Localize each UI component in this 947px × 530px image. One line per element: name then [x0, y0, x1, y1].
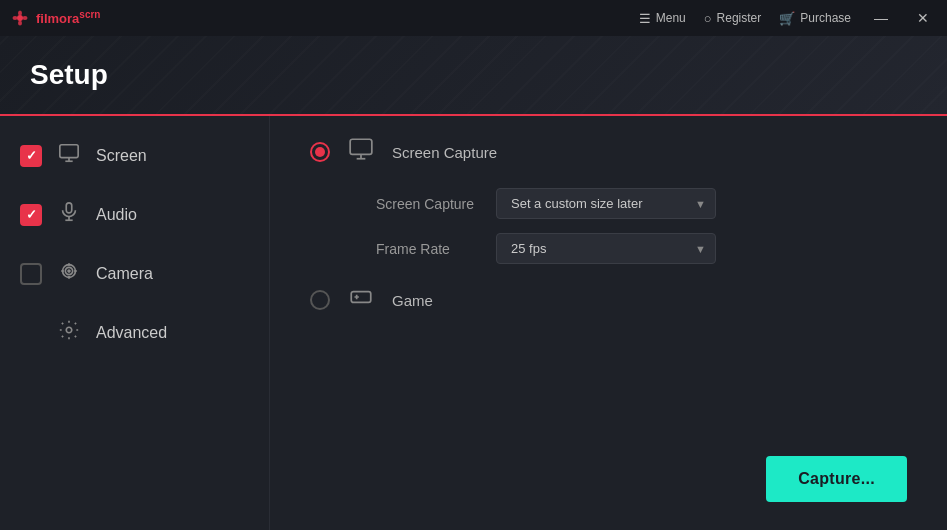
gear-icon [56, 319, 82, 346]
audio-label: Audio [96, 206, 137, 224]
logo-icon [12, 10, 28, 26]
menu-icon: ☰ [639, 11, 651, 26]
svg-point-18 [66, 327, 72, 333]
game-label: Game [392, 292, 512, 309]
gamepad-icon [346, 284, 376, 316]
svg-point-3 [13, 16, 18, 20]
screen-checkbox[interactable] [20, 145, 42, 167]
svg-rect-5 [60, 145, 78, 158]
screen-capture-option[interactable]: Screen Capture [310, 136, 907, 168]
svg-rect-8 [66, 203, 72, 213]
frame-rate-value[interactable]: 25 fps [496, 233, 716, 264]
page-title: Setup [30, 59, 108, 91]
camera-checkbox[interactable] [20, 263, 42, 285]
screen-icon [56, 142, 82, 169]
sidebar: Screen Audio [0, 116, 270, 530]
svg-point-4 [23, 16, 28, 20]
logo-area: filmorascrn [12, 9, 100, 26]
screen-capture-size-label: Screen Capture [376, 196, 476, 212]
titlebar: filmorascrn ☰ Menu ○ Register 🛒 Purchase… [0, 0, 947, 36]
cart-icon: 🛒 [779, 11, 795, 26]
sidebar-item-screen[interactable]: Screen [0, 126, 269, 185]
screen-capture-size-select[interactable]: Set a custom size later ▼ [496, 188, 716, 219]
frame-rate-row: Frame Rate 25 fps ▼ [376, 233, 907, 264]
sidebar-item-audio[interactable]: Audio [0, 185, 269, 244]
capture-button[interactable]: Capture... [766, 456, 907, 502]
screen-capture-size-value[interactable]: Set a custom size later [496, 188, 716, 219]
close-button[interactable]: ✕ [911, 6, 935, 30]
purchase-button[interactable]: 🛒 Purchase [779, 11, 851, 26]
screen-label: Screen [96, 147, 147, 165]
frame-rate-select[interactable]: 25 fps ▼ [496, 233, 716, 264]
content-area: Screen Capture Screen Capture Set a cust… [270, 116, 947, 530]
logo-text: filmorascrn [36, 9, 100, 26]
monitor-icon [346, 136, 376, 168]
svg-rect-19 [350, 139, 372, 154]
advanced-label: Advanced [96, 324, 167, 342]
svg-point-1 [18, 10, 22, 15]
screen-capture-fields: Screen Capture Set a custom size later ▼… [376, 188, 907, 264]
register-button[interactable]: ○ Register [704, 11, 762, 26]
game-radio[interactable] [310, 290, 330, 310]
header-stripe: Setup [0, 36, 947, 116]
menu-button[interactable]: ☰ Menu [639, 11, 686, 26]
svg-point-0 [17, 15, 23, 21]
sidebar-item-camera[interactable]: Camera [0, 244, 269, 303]
svg-point-12 [68, 270, 70, 272]
frame-rate-label: Frame Rate [376, 241, 476, 257]
camera-label: Camera [96, 265, 153, 283]
sidebar-item-advanced[interactable]: Advanced [0, 303, 269, 362]
microphone-icon [56, 201, 82, 228]
screen-capture-radio[interactable] [310, 142, 330, 162]
minimize-button[interactable]: — [869, 6, 893, 30]
audio-checkbox[interactable] [20, 204, 42, 226]
screen-capture-label: Screen Capture [392, 144, 512, 161]
screen-capture-size-row: Screen Capture Set a custom size later ▼ [376, 188, 907, 219]
main-content: Screen Audio [0, 116, 947, 530]
titlebar-right: ☰ Menu ○ Register 🛒 Purchase — ✕ [639, 6, 935, 30]
game-option[interactable]: Game [310, 284, 907, 316]
register-icon: ○ [704, 11, 712, 26]
svg-point-2 [18, 20, 22, 25]
camera-icon [56, 260, 82, 287]
